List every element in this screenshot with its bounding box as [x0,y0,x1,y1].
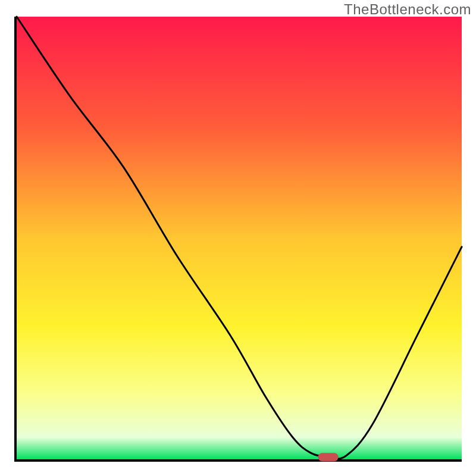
chart-frame: TheBottleneck.com [0,0,476,476]
optimal-point [318,453,339,461]
marker-layer [318,453,339,461]
plot-area [14,17,462,462]
bottleneck-curve [17,17,462,459]
curve-layer [17,17,462,459]
watermark-text: TheBottleneck.com [344,1,471,18]
